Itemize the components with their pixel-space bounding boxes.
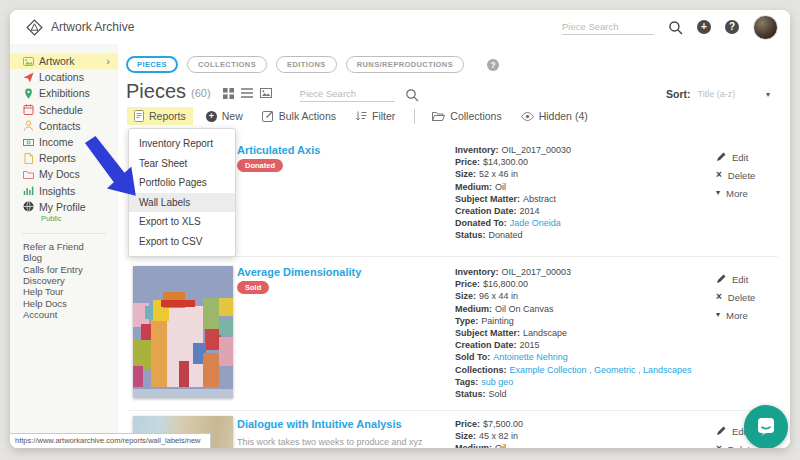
sidebar-item-schedule[interactable]: Schedule xyxy=(10,102,118,118)
help-icon[interactable]: ? xyxy=(725,20,739,34)
detail-line: Size:96 x 44 in xyxy=(455,290,705,302)
tab-collections[interactable]: COLLECTIONS xyxy=(187,56,267,73)
sidebar-item-my-profile[interactable]: My Profile xyxy=(10,199,118,215)
sidebar-link-help-tour[interactable]: Help Tour xyxy=(10,286,118,297)
menu-item-export-to-xls[interactable]: Export to XLS xyxy=(129,212,235,232)
tab-runs-reproductions[interactable]: RUNS/REPRODUCTIONS xyxy=(346,56,464,73)
piece-details: Inventory:OIL_2017_00003 Price:$16,800.0… xyxy=(455,266,705,400)
detail-line: Inventory:OIL_2017_00003 xyxy=(455,266,705,278)
locations-icon xyxy=(23,72,34,83)
more-button[interactable]: ▾More xyxy=(716,188,755,198)
top-bar: Artwork Archive + ? xyxy=(10,10,790,45)
edit-pencil-icon xyxy=(716,426,726,436)
detail-line: Tags:sub geo xyxy=(455,376,705,388)
edit-button[interactable]: Edit xyxy=(716,152,755,162)
sidebar-item-label: Exhibitions xyxy=(39,87,90,99)
chevron-right-icon: › xyxy=(106,55,110,67)
filter-label: Filter xyxy=(372,110,395,122)
delete-button[interactable]: ×Delete xyxy=(716,444,755,448)
sidebar-item-label: Income xyxy=(39,136,73,148)
detail-line: Collections:Example Collection , Geometr… xyxy=(455,364,705,376)
view-switcher xyxy=(223,88,272,99)
menu-item-inventory-report[interactable]: Inventory Report xyxy=(129,134,235,154)
piece-title-link[interactable]: Articulated Axis xyxy=(237,144,320,156)
sidebar-item-contacts[interactable]: Contacts xyxy=(10,118,118,134)
piece-title-link[interactable]: Dialogue with Intuitive Analysis xyxy=(237,418,402,430)
detail-line: Donated To:Jade Oneida xyxy=(455,217,705,229)
detail-line: Subject Matter:Landscape xyxy=(455,327,705,339)
delete-x-icon: × xyxy=(716,444,722,448)
title-row: Pieces (60) xyxy=(126,78,419,104)
piece-search-icon[interactable] xyxy=(405,88,419,102)
reports-dropdown-menu: Inventory Report Tear Sheet Portfolio Pa… xyxy=(128,128,236,257)
sidebar-item-locations[interactable]: Locations xyxy=(10,69,118,85)
report-doc-icon xyxy=(134,110,144,122)
sidebar-link-calls-for-entry[interactable]: Calls for Entry xyxy=(10,264,118,275)
add-icon[interactable]: + xyxy=(697,20,711,34)
hidden-label: Hidden (4) xyxy=(539,110,588,122)
sidebar-item-exhibitions[interactable]: Exhibitions xyxy=(10,85,118,101)
more-button[interactable]: ▾More xyxy=(716,310,755,320)
filter-sort-icon xyxy=(355,110,367,122)
edit-button[interactable]: Edit xyxy=(716,274,755,284)
detail-line: Creation Date:2015 xyxy=(455,339,705,351)
delete-button[interactable]: ×Delete xyxy=(716,170,755,180)
sidebar-link-refer-a-friend[interactable]: Refer a Friend xyxy=(10,241,118,252)
image-view-icon[interactable] xyxy=(260,88,272,98)
filter-button[interactable]: Filter xyxy=(355,110,395,122)
sort-caret-icon: ▾ xyxy=(766,90,770,99)
exhibitions-icon xyxy=(23,88,34,99)
chat-widget-button[interactable] xyxy=(744,405,788,448)
page-title: Pieces xyxy=(126,80,186,103)
tag-link[interactable]: sub geo xyxy=(481,377,513,387)
sidebar-link-help-docs[interactable]: Help Docs xyxy=(10,298,118,309)
sidebar-link-discovery[interactable]: Discovery xyxy=(10,275,118,286)
grid-view-icon[interactable] xyxy=(223,88,234,99)
hidden-button[interactable]: Hidden (4) xyxy=(521,110,588,122)
header-search-input[interactable] xyxy=(562,19,654,35)
sidebar-link-blog[interactable]: Blog xyxy=(10,252,118,263)
sidebar-divider xyxy=(22,233,106,234)
reports-button[interactable]: Reports xyxy=(127,107,193,125)
delete-x-icon: × xyxy=(716,170,722,180)
sidebar-link-account[interactable]: Account xyxy=(10,309,118,320)
piece-thumbnail-average-dimensionality[interactable] xyxy=(133,266,233,398)
bulk-actions-button[interactable]: Bulk Actions xyxy=(262,110,336,122)
piece-title-link[interactable]: Average Dimensionality xyxy=(237,266,361,278)
piece-count: (60) xyxy=(191,87,211,99)
sidebar-item-label: Artwork xyxy=(39,55,75,67)
collections-links[interactable]: Example Collection , Geometric , Landsca… xyxy=(510,365,692,375)
artwork-icon xyxy=(23,56,34,67)
edit-pencil-icon xyxy=(716,152,726,162)
delete-x-icon: × xyxy=(716,292,722,302)
menu-item-wall-labels[interactable]: Wall Labels xyxy=(129,193,235,213)
detail-line: Subject Matter:Abstract xyxy=(455,193,705,205)
sort-control[interactable]: Sort: Title (a-z) ▾ xyxy=(666,88,770,100)
contact-link[interactable]: Antoinette Nehring xyxy=(493,352,568,362)
bulk-actions-icon xyxy=(262,110,274,122)
tab-pieces[interactable]: PIECES xyxy=(126,56,178,73)
collections-button[interactable]: Collections xyxy=(432,110,501,122)
sidebar-item-label: Locations xyxy=(39,71,84,83)
menu-item-export-to-csv[interactable]: Export to CSV xyxy=(129,232,235,252)
brand[interactable]: Artwork Archive xyxy=(26,10,134,44)
avatar[interactable] xyxy=(753,15,778,40)
piece-search-input[interactable] xyxy=(300,86,395,102)
sidebar-item-label: Insights xyxy=(39,185,75,197)
chat-bubble-icon xyxy=(754,415,778,439)
menu-item-portfolio-pages[interactable]: Portfolio Pages xyxy=(129,173,235,193)
new-button[interactable]: + New xyxy=(206,110,243,122)
sidebar-item-artwork[interactable]: Artwork › xyxy=(10,53,118,69)
search-icon[interactable] xyxy=(668,20,683,35)
tab-editions[interactable]: EDITIONS xyxy=(276,56,337,73)
toolbar: Reports + New Bulk Actions Filter Co xyxy=(127,106,607,126)
my-profile-globe-icon xyxy=(23,201,34,212)
reports-icon xyxy=(23,153,34,164)
contact-link[interactable]: Jade Oneida xyxy=(510,218,561,228)
menu-item-tear-sheet[interactable]: Tear Sheet xyxy=(129,154,235,174)
list-view-icon[interactable] xyxy=(241,88,253,98)
delete-button[interactable]: ×Delete xyxy=(716,292,755,302)
tabs-help-icon[interactable]: ? xyxy=(487,59,499,71)
brand-name: Artwork Archive xyxy=(51,20,134,34)
piece-description: This work takes two weeks to produce and… xyxy=(237,437,423,447)
